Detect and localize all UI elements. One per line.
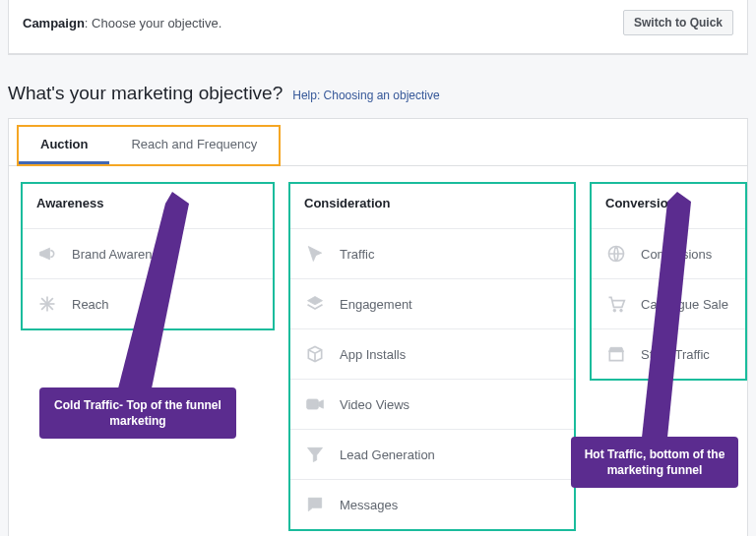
option-label: App Installs — [340, 347, 406, 362]
campaign-header-card: Campaign: Choose your objective. Switch … — [8, 0, 748, 55]
objective-question-row: What's your marketing objective? Help: C… — [0, 55, 756, 118]
column-conversion: Conversion Conversions Catalogue Sale St… — [590, 182, 747, 381]
campaign-title-rest: : Choose your objective. — [85, 16, 221, 30]
cursor-icon — [304, 243, 326, 265]
callout-cold-traffic: Cold Traffic- Top of the funnel marketin… — [39, 387, 236, 439]
option-store-traffic[interactable]: Store Traffic — [592, 328, 745, 379]
option-conversions[interactable]: Conversions — [592, 228, 745, 278]
campaign-title: Campaign: Choose your objective. — [23, 16, 221, 30]
option-catalogue-sales[interactable]: Catalogue Sale — [592, 278, 745, 328]
option-messages[interactable]: Messages — [290, 479, 574, 529]
option-brand-awareness[interactable]: Brand Awareness — [23, 228, 273, 278]
video-icon — [304, 393, 326, 415]
tab-reach-frequency[interactable]: Reach and Frequency — [109, 127, 279, 164]
option-label: Catalogue Sale — [641, 297, 728, 312]
tab-auction[interactable]: Auction — [19, 127, 109, 164]
option-engagement[interactable]: Engagement — [290, 278, 574, 328]
column-consideration: Consideration Traffic Engagement App Ins… — [288, 182, 576, 531]
option-video-views[interactable]: Video Views — [290, 379, 574, 429]
campaign-title-bold: Campaign — [23, 16, 85, 30]
option-label: Traffic — [340, 247, 374, 262]
funnel-icon — [304, 444, 326, 465]
megaphone-icon — [36, 243, 58, 265]
option-label: Engagement — [340, 297, 412, 312]
svg-point-6 — [613, 309, 616, 312]
option-reach[interactable]: Reach — [23, 278, 273, 328]
objective-question: What's your marketing objective? — [8, 83, 283, 104]
column-awareness: Awareness Brand Awareness Reach — [21, 182, 275, 330]
help-link[interactable]: Help: Choosing an objective — [292, 89, 439, 102]
option-label: Lead Generation — [340, 447, 435, 462]
option-label: Conversions — [641, 247, 712, 262]
column-awareness-title: Awareness — [23, 184, 273, 228]
column-consideration-title: Consideration — [290, 184, 574, 228]
option-traffic[interactable]: Traffic — [290, 228, 574, 278]
store-icon — [605, 343, 627, 365]
option-label: Messages — [340, 498, 398, 512]
cart-icon — [605, 293, 627, 315]
switch-to-quick-button[interactable]: Switch to Quick — [623, 10, 733, 35]
chat-icon — [304, 494, 326, 515]
option-label: Brand Awareness — [72, 247, 172, 262]
option-app-installs[interactable]: App Installs — [290, 328, 574, 379]
option-label: Store Traffic — [641, 347, 710, 362]
option-label: Reach — [72, 297, 109, 312]
asterisk-icon — [36, 293, 58, 315]
option-lead-generation[interactable]: Lead Generation — [290, 429, 574, 479]
campaign-header-bar: Campaign: Choose your objective. Switch … — [9, 0, 747, 54]
option-label: Video Views — [340, 397, 410, 412]
box-icon — [304, 343, 326, 365]
column-conversion-title: Conversion — [592, 184, 745, 228]
callout-hot-traffic: Hot Traffic, bottom of the marketing fun… — [571, 437, 738, 488]
svg-rect-4 — [307, 399, 319, 409]
tabs-highlight-box: Auction Reach and Frequency — [17, 125, 281, 166]
svg-point-7 — [620, 309, 623, 312]
globe-icon — [605, 243, 627, 265]
layers-icon — [304, 293, 326, 315]
